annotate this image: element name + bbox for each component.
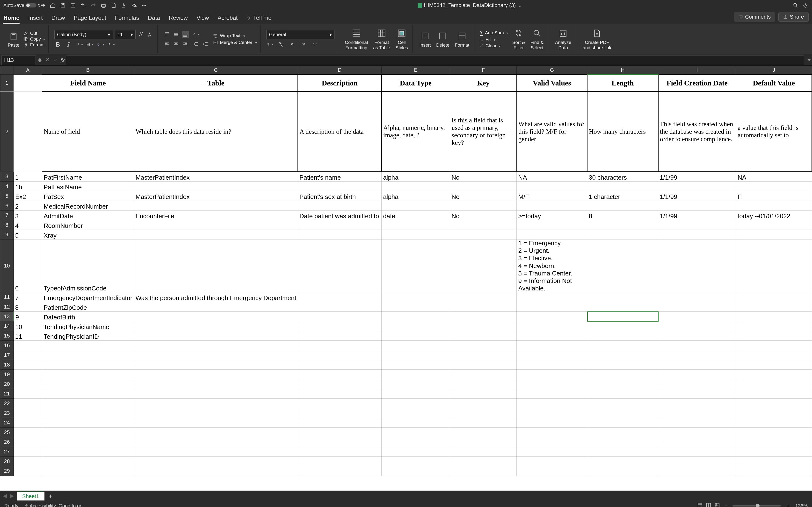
cell-I3[interactable]: 1/1/99 [658,172,736,181]
cell-C21[interactable] [134,389,298,399]
cell-D13[interactable] [298,312,382,321]
cell-F14[interactable] [450,321,517,331]
merge-center-button[interactable]: Merge & Center [213,40,257,45]
italic-icon[interactable] [65,41,72,48]
cell-C11[interactable]: Was the person admitted through Emergenc… [134,292,298,302]
cell-E23[interactable] [382,408,450,418]
cell-I9[interactable] [658,230,736,239]
font-color-icon[interactable] [108,41,115,48]
cell-C20[interactable] [134,379,298,389]
sheet-tab-1[interactable]: Sheet1 [17,492,45,501]
cell-B12[interactable]: PatientZipCode [42,302,134,312]
cell-I12[interactable] [658,302,736,312]
cell-E6[interactable] [382,201,450,211]
cell-A29[interactable] [13,466,42,476]
cell-F21[interactable] [450,389,517,399]
cell-E21[interactable] [382,389,450,399]
cell-D19[interactable] [298,370,382,379]
increase-decimal-icon[interactable]: .00 [300,41,307,48]
cell-I21[interactable] [658,389,736,399]
tab-draw[interactable]: Draw [51,14,65,24]
save-icon[interactable] [60,2,66,8]
cell-A18[interactable] [13,360,42,370]
cell-A28[interactable] [13,457,42,466]
cell-B8[interactable]: RoomNumber [42,220,134,230]
cell-I6[interactable] [658,201,736,211]
cell-J10[interactable] [736,239,812,292]
cell-A11[interactable]: 7 [13,292,42,302]
cell-F19[interactable] [450,370,517,379]
cell-I18[interactable] [658,360,736,370]
copy-button[interactable]: Copy [24,37,45,42]
cell-G25[interactable] [517,428,587,437]
cell-D26[interactable] [298,437,382,447]
cell-A27[interactable] [13,447,42,457]
cell-B18[interactable] [42,360,134,370]
cell-C5[interactable]: MasterPatientIndex [134,191,298,201]
align-left-icon[interactable] [163,40,170,47]
cell-E7[interactable]: date [382,211,450,220]
format-painter-button[interactable]: Format [24,42,45,48]
cell-J11[interactable] [736,292,812,302]
zoom-out-button[interactable]: − [725,503,728,507]
cell-E9[interactable] [382,230,450,239]
cell-I23[interactable] [658,408,736,418]
cell-F9[interactable] [450,230,517,239]
row-header-10[interactable]: 10 [0,239,14,292]
cell-G21[interactable] [517,389,587,399]
cell-H14[interactable] [587,321,658,331]
cell-F11[interactable] [450,292,517,302]
row-header-8[interactable]: 8 [0,220,14,230]
row-header-3[interactable]: 3 [0,172,14,181]
cell-I10[interactable] [658,239,736,292]
cell-J17[interactable] [736,350,812,360]
cell-B15[interactable]: TendingPhysicianID [42,331,134,341]
cell-D18[interactable] [298,360,382,370]
cell-C12[interactable] [134,302,298,312]
settings-gear-icon[interactable] [803,2,809,8]
cell-D14[interactable] [298,321,382,331]
cell-B19[interactable] [42,370,134,379]
cell-D28[interactable] [298,457,382,466]
comments-button[interactable]: Comments [734,12,775,22]
cell-D23[interactable] [298,408,382,418]
cell-H22[interactable] [587,399,658,408]
row-header-24[interactable]: 24 [0,418,14,428]
cell-D6[interactable] [298,201,382,211]
cell-C18[interactable] [134,360,298,370]
row-header-29[interactable]: 29 [0,466,14,476]
zoom-in-button[interactable]: ＋ [785,503,791,507]
cell-A17[interactable] [13,350,42,360]
cell-I19[interactable] [658,370,736,379]
cell-D20[interactable] [298,379,382,389]
cell-I8[interactable] [658,220,736,230]
cell-I13[interactable] [658,312,736,321]
cell-C2[interactable]: Which table does this data reside in? [134,92,298,172]
percent-icon[interactable] [277,41,285,48]
cell-G26[interactable] [517,437,587,447]
cell-E4[interactable] [382,181,450,191]
cell-H9[interactable] [587,230,658,239]
col-header-B[interactable]: B [42,66,134,74]
cell-J13[interactable] [736,312,812,321]
cell-D22[interactable] [298,399,382,408]
cell-G15[interactable] [517,331,587,341]
save-alt-icon[interactable] [70,2,76,8]
cell-B7[interactable]: AdmitDate [42,211,134,220]
cell-G3[interactable]: NA [517,172,587,181]
enter-formula-icon[interactable] [53,57,58,63]
name-box-dropdown[interactable] [37,58,43,62]
cancel-formula-icon[interactable] [45,57,50,63]
cell-F27[interactable] [450,447,517,457]
cell-A3[interactable]: 1 [13,172,42,181]
row-header-5[interactable]: 5 [0,191,14,201]
row-header-27[interactable]: 27 [0,447,14,457]
cell-F15[interactable] [450,331,517,341]
cell-E15[interactable] [382,331,450,341]
align-center-icon[interactable] [172,40,180,47]
cell-F7[interactable]: No [450,211,517,220]
align-bottom-icon[interactable] [182,31,189,38]
cell-G10[interactable]: 1 = Emergency. 2 = Urgent. 3 = Elective.… [517,239,587,292]
row-header-1[interactable]: 1 [0,74,14,92]
cell-G27[interactable] [517,447,587,457]
